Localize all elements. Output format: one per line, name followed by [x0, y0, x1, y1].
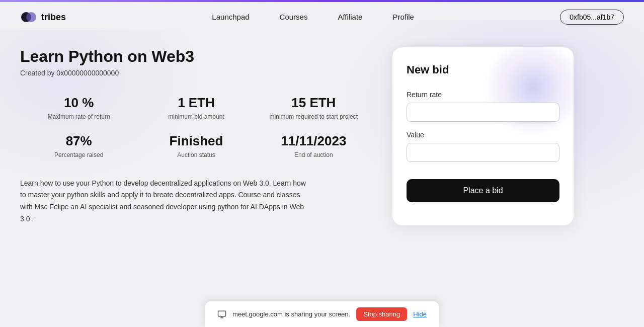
value-label: Value [407, 131, 559, 139]
screen-share-icon [217, 310, 226, 319]
left-panel: Learn Python on Web3 Created by 0x000000… [20, 47, 372, 225]
stat-value-return-rate: 10 % [24, 95, 133, 111]
value-input[interactable] [407, 143, 559, 162]
stat-label-auction-status: Auction status [141, 151, 251, 159]
stat-label-end-of-auction: End of auction [259, 151, 368, 159]
nav-profile[interactable]: Profile [392, 13, 414, 22]
bid-card: New bid Return rate Value Place a bid [392, 47, 574, 225]
nav-courses[interactable]: Courses [280, 13, 308, 22]
stop-sharing-button[interactable]: Stop sharing [356, 307, 407, 321]
bid-card-title: New bid [407, 63, 559, 76]
stat-value-end-of-auction: 11/11/2023 [259, 133, 368, 149]
screen-share-bar: meet.google.com is sharing your screen. … [205, 301, 439, 327]
return-rate-input[interactable] [407, 103, 559, 122]
stat-value-min-required: 15 ETH [259, 95, 368, 111]
stat-value-auction-status: Finished [141, 133, 251, 149]
navbar: tribes Launchpad Courses Affiliate Profi… [0, 2, 644, 32]
page-title: Learn Python on Web3 [20, 47, 372, 66]
return-rate-label: Return rate [407, 91, 559, 99]
nav-affiliate[interactable]: Affiliate [338, 13, 362, 22]
stat-value-min-bid: 1 ETH [141, 95, 251, 111]
stat-value-percentage-raised: 87% [24, 133, 133, 149]
hide-button[interactable]: Hide [413, 310, 427, 318]
logo[interactable]: tribes [20, 8, 66, 26]
svg-rect-2 [218, 311, 226, 316]
svg-point-1 [26, 12, 36, 22]
nav-launchpad[interactable]: Launchpad [212, 13, 249, 22]
stat-percentage-raised: 87% Percentage raised [20, 127, 137, 166]
stat-label-return-rate: Maximum rate of return [24, 113, 133, 121]
return-rate-group: Return rate [407, 91, 559, 122]
stat-min-bid: 1 ETH minimum bid amount [137, 89, 255, 127]
logo-icon [20, 8, 38, 26]
stat-label-percentage-raised: Percentage raised [24, 151, 133, 159]
main-content: Learn Python on Web3 Created by 0x000000… [0, 32, 644, 240]
place-bid-button[interactable]: Place a bid [407, 179, 559, 202]
stat-auction-status: Finished Auction status [137, 127, 255, 166]
stats-grid: 10 % Maximum rate of return 1 ETH minimu… [20, 89, 372, 166]
stat-end-of-auction: 11/11/2023 End of auction [255, 127, 372, 166]
logo-text: tribes [41, 12, 66, 23]
stat-min-required: 15 ETH minimum required to start project [255, 89, 372, 127]
wallet-button[interactable]: 0xfb05...af1b7 [560, 10, 624, 25]
stat-label-min-required: minimum required to start project [259, 113, 368, 121]
course-description: Learn how to use your Python to develop … [20, 178, 312, 225]
value-group: Value [407, 131, 559, 162]
stat-return-rate: 10 % Maximum rate of return [20, 89, 137, 127]
stat-label-min-bid: minimum bid amount [141, 113, 251, 121]
nav-links: Launchpad Courses Affiliate Profile [212, 13, 414, 22]
screen-share-message: meet.google.com is sharing your screen. [232, 310, 350, 318]
created-by: Created by 0x00000000000000 [20, 69, 372, 77]
